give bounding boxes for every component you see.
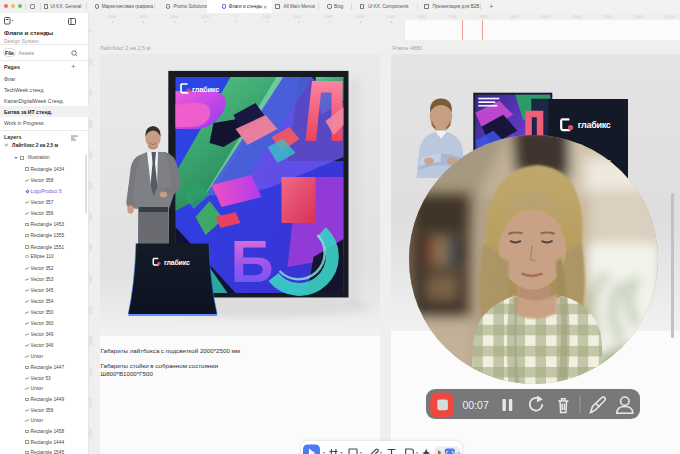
svg-text:Б: Б: [230, 228, 273, 295]
svg-text:00:07: 00:07: [462, 399, 488, 411]
svg-text:глабикс: глабикс: [577, 120, 610, 130]
svg-text:глабикс: глабикс: [192, 85, 219, 94]
svg-text:?: ?: [456, 449, 461, 454]
svg-text:глабикс: глабикс: [164, 258, 190, 265]
